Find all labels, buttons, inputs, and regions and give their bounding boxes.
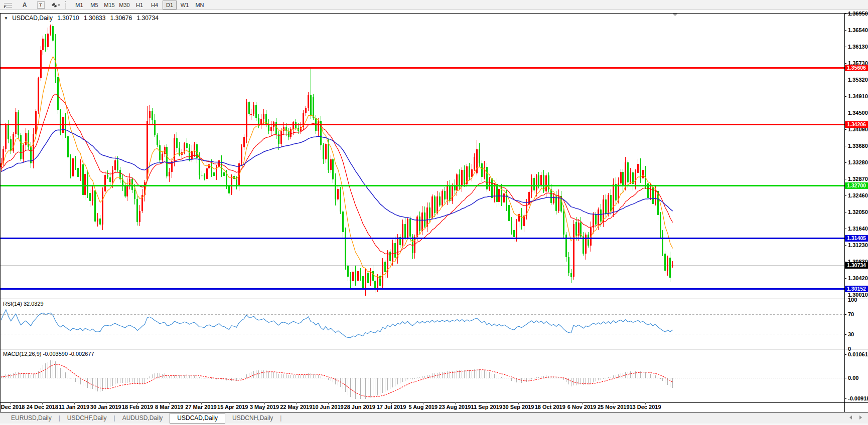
tab-eurusd-daily[interactable]: EURUSD,Daily: [4, 413, 59, 423]
tab-audusd-daily[interactable]: AUDUSD,Daily: [115, 413, 170, 423]
chart-canvas[interactable]: [0, 0, 845, 412]
price-tick-label: 1.30420: [848, 275, 868, 281]
date-tick: [11, 402, 11, 404]
date-tick: [296, 402, 297, 404]
rsi-tick-label: 30: [848, 331, 854, 337]
price-tick-label: 1.35320: [848, 77, 868, 83]
date-label: 28 Jun 2019: [344, 404, 375, 410]
price-tick-label: 1.34910: [848, 93, 868, 99]
date-tick: [106, 402, 106, 404]
price-tick-label: 1.32460: [848, 192, 868, 198]
mt4-window: F A T M1M5M15M30H1H4D1W1MN ▼ USDCAD,Da: [0, 0, 868, 425]
price-tick-label: 1.32870: [848, 176, 868, 182]
axis-tick: [844, 113, 846, 113]
date-tick: [391, 402, 392, 404]
date-label: 27 Mar 2019: [185, 404, 216, 410]
price-tick-label: 1.36540: [848, 27, 868, 33]
price-tick-label: 1.36950: [848, 11, 868, 17]
date-label: 18 Feb 2019: [122, 404, 153, 410]
macd-label: MACD(12,26,9) -0.003590 -0.002677: [3, 351, 94, 357]
tab-scroll-right-icon[interactable]: [859, 415, 862, 419]
date-tick: [455, 402, 456, 404]
axis-tick: [844, 295, 846, 295]
date-tick: [233, 402, 233, 404]
date-label: 24 Dec 2018: [27, 404, 58, 410]
date-tick: [137, 402, 138, 404]
open-value: 1.30710: [57, 15, 79, 22]
axis-tick: [844, 398, 846, 399]
price-tick-label: 1.31640: [848, 226, 868, 232]
date-label: 15 Apr 2019: [217, 404, 248, 410]
date-tick: [42, 402, 43, 404]
axis-tick: [844, 300, 846, 300]
tab-usdcnh-daily[interactable]: USDCNH,Daily: [225, 413, 280, 423]
date-tick: [550, 402, 550, 404]
axis-tick: [844, 245, 846, 246]
date-label: 3 May 2019: [250, 404, 279, 410]
axis-tick: [844, 47, 846, 47]
date-label: 22 May 2019: [280, 404, 312, 410]
collapse-triangle-icon[interactable]: ▼: [4, 16, 8, 21]
current-price-badge: 1.30734: [845, 262, 868, 269]
axis-tick: [844, 349, 846, 349]
macd-tick-label: 0.00: [848, 375, 858, 381]
macd-tick-label: -0.009181: [848, 395, 868, 401]
low-value: 1.30676: [110, 15, 132, 22]
date-tick: [169, 402, 170, 404]
rsi-label: RSI(14) 32.0329: [3, 301, 44, 307]
date-label: 5 Dec 2018: [0, 404, 25, 410]
date-label: 23 Aug 2019: [439, 404, 471, 410]
axis-tick: [844, 63, 846, 64]
date-tick: [74, 402, 75, 404]
axis-tick: [844, 354, 846, 355]
tab-separator: |: [280, 413, 281, 423]
axis-tick: [844, 229, 846, 229]
date-label: 30 Sep 2019: [503, 404, 534, 410]
date-tick: [264, 402, 265, 404]
axis-tick: [844, 30, 846, 31]
high-value: 1.30833: [84, 15, 105, 22]
date-tick: [645, 402, 646, 404]
price-tick-label: 1.33280: [848, 159, 868, 165]
date-label: 13 Dec 2019: [630, 404, 661, 410]
axis-tick: [844, 96, 846, 97]
axis-tick: [844, 80, 846, 80]
date-tick: [614, 402, 614, 404]
axis-tick: [844, 14, 846, 14]
macd-tick-label: 0.010615: [848, 351, 868, 357]
level-price-badge: 1.30152: [845, 286, 868, 292]
chart-title[interactable]: ▼ USDCAD,Daily 1.30710 1.30833 1.30676 1…: [4, 15, 159, 22]
date-label: 5 Aug 2019: [408, 404, 438, 410]
axis-tick: [844, 278, 846, 279]
axis-tick: [844, 146, 846, 146]
level-price-badge: 1.31405: [845, 235, 868, 242]
date-label: 17 Jul 2019: [377, 404, 406, 410]
price-tick-label: 1.34500: [848, 110, 868, 116]
price-tick-label: 1.31230: [848, 242, 868, 248]
date-tick: [201, 402, 202, 404]
axis-tick: [844, 129, 846, 130]
date-label: 8 Mar 2019: [155, 404, 183, 410]
level-price-badge: 1.32700: [845, 182, 868, 189]
symbol-period-label: USDCAD,Daily: [12, 15, 53, 22]
price-tick-label: 1.36130: [848, 44, 868, 50]
date-label: 30 Jan 2019: [90, 404, 121, 410]
tab-scroll-left-icon[interactable]: [849, 415, 852, 419]
rsi-tick-label: 70: [848, 311, 854, 317]
axis-tick: [844, 212, 846, 212]
date-label: 11 Jan 2019: [59, 404, 89, 410]
date-tick: [518, 402, 519, 404]
axis-tick: [844, 179, 846, 179]
date-tick: [582, 402, 583, 404]
level-price-badge: 1.35606: [845, 65, 868, 71]
date-tick: [487, 402, 487, 404]
price-tick-label: 1.32050: [848, 209, 868, 215]
rsi-tick-label: 100: [848, 297, 857, 303]
axis-tick: [844, 378, 846, 378]
date-label: 18 Oct 2019: [535, 404, 565, 410]
tab-usdcad-daily[interactable]: USDCAD,Daily: [170, 413, 225, 423]
tab-usdchf-daily[interactable]: USDCHF,Daily: [60, 413, 114, 423]
date-tick: [328, 402, 329, 404]
date-label: 10 Jun 2019: [312, 404, 343, 410]
axis-tick: [844, 162, 846, 163]
